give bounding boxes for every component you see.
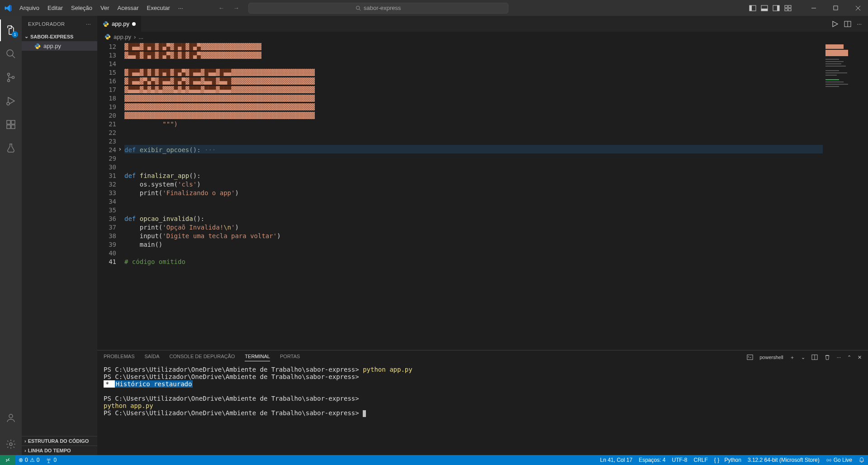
menu-acessar[interactable]: Acessar xyxy=(114,2,142,14)
panel-tab-problemas[interactable]: PROBLEMAS xyxy=(104,354,134,361)
menu-editar[interactable]: Editar xyxy=(44,2,66,14)
code-content[interactable]: › ░█▀▀░█▀█░█▀▄░█▀█░█▀▄░░░░░░░░░░░░░░░░ ░… xyxy=(124,42,823,350)
activity-explorer[interactable]: 1 xyxy=(0,19,22,41)
svg-rect-32 xyxy=(747,355,753,360)
radio-tower-icon xyxy=(46,457,52,463)
nav-forward-icon[interactable]: → xyxy=(233,5,239,11)
activity-settings[interactable] xyxy=(0,433,22,455)
panel-close-icon[interactable]: ✕ xyxy=(858,355,862,360)
remote-indicator[interactable] xyxy=(0,455,15,465)
layout-panel-icon[interactable] xyxy=(760,4,769,13)
outline-label: ESTRUTURA DO CÓDIGO xyxy=(28,438,89,444)
activity-extensions[interactable] xyxy=(0,114,22,135)
explorer-more-icon[interactable]: ··· xyxy=(86,21,91,27)
status-cursor[interactable]: Ln 41, Col 17 xyxy=(597,455,636,465)
panel-more-icon[interactable]: ··· xyxy=(837,355,841,360)
panel-actions: powershell ＋ ⌄ ··· ⌃ ✕ xyxy=(747,354,862,361)
workspace-header[interactable]: ⌄ SABOR-EXPRESS xyxy=(22,32,97,41)
minimap[interactable] xyxy=(823,42,868,350)
code-editor[interactable]: 1213141516171819202122232429303132333435… xyxy=(97,42,868,350)
title-bar: Arquivo Editar Seleção Ver Acessar Execu… xyxy=(0,0,868,16)
menu-executar[interactable]: Executar xyxy=(143,2,174,14)
chevron-down-icon: ⌄ xyxy=(24,34,28,39)
layout-customize-icon[interactable] xyxy=(783,4,792,13)
broadcast-icon xyxy=(826,457,832,463)
activity-bar: 1 xyxy=(0,16,22,455)
tab-bar: app.py ··· xyxy=(97,16,868,32)
terminal-dropdown-icon[interactable]: ⌄ xyxy=(801,355,805,360)
menu-selecao[interactable]: Seleção xyxy=(67,2,96,14)
timeline-section[interactable]: › LINHA DO TEMPO xyxy=(22,446,97,455)
editor-more-icon[interactable]: ··· xyxy=(857,20,862,27)
split-editor-icon[interactable] xyxy=(844,20,851,28)
status-problems[interactable]: ⊗0 ⚠0 xyxy=(15,455,43,465)
activity-testing[interactable] xyxy=(0,137,22,159)
panel-tabs: PROBLEMAS SAÍDA CONSOLE DE DEPURAÇÃO TER… xyxy=(97,350,868,364)
window-close-button[interactable] xyxy=(848,0,868,16)
vscode-icon xyxy=(0,4,16,12)
command-center-search[interactable]: sabor-express xyxy=(248,3,508,14)
explorer-title: EXPLORADOR xyxy=(28,21,65,27)
layout-controls xyxy=(748,4,792,13)
status-indent[interactable]: Espaços: 4 xyxy=(636,455,669,465)
activity-source-control[interactable] xyxy=(0,67,22,88)
activity-run-debug[interactable] xyxy=(0,90,22,112)
split-terminal-icon[interactable] xyxy=(811,354,818,360)
new-terminal-icon[interactable]: ＋ xyxy=(790,354,795,361)
panel-tab-saida[interactable]: SAÍDA xyxy=(144,354,159,361)
file-name-label: app.py xyxy=(43,43,61,49)
panel-tab-terminal[interactable]: TERMINAL xyxy=(245,354,270,361)
svg-point-0 xyxy=(356,6,360,10)
panel-tab-portas[interactable]: PORTAS xyxy=(280,354,300,361)
nav-back-icon[interactable]: ← xyxy=(218,5,224,11)
file-app-py[interactable]: app.py xyxy=(22,41,97,51)
svg-point-28 xyxy=(9,443,12,446)
status-golive[interactable]: Go Live xyxy=(823,455,855,465)
svg-rect-8 xyxy=(785,5,787,8)
menu-bar: Arquivo Editar Seleção Ver Acessar Execu… xyxy=(16,2,187,14)
outline-section[interactable]: › ESTRUTURA DO CÓDIGO xyxy=(22,436,97,446)
breadcrumb[interactable]: app.py › ... xyxy=(97,32,868,42)
terminal-profile-icon[interactable] xyxy=(747,354,753,360)
layout-sidebar-right-icon[interactable] xyxy=(772,4,781,13)
panel-maximize-icon[interactable]: ⌃ xyxy=(847,355,851,360)
svg-rect-3 xyxy=(749,5,752,11)
status-notifications[interactable] xyxy=(855,455,868,465)
editor-actions: ··· xyxy=(825,16,868,32)
svg-point-27 xyxy=(9,414,13,418)
fold-arrow-icon[interactable]: › xyxy=(118,145,122,153)
status-eol[interactable]: CRLF xyxy=(691,455,711,465)
svg-rect-13 xyxy=(834,6,838,10)
panel-tab-debug-console[interactable]: CONSOLE DE DEPURAÇÃO xyxy=(169,354,235,361)
window-minimize-button[interactable] xyxy=(803,0,824,16)
breadcrumb-separator: › xyxy=(134,34,136,40)
tab-app-py[interactable]: app.py xyxy=(97,16,142,32)
svg-rect-5 xyxy=(761,9,768,11)
status-ports[interactable]: 0 xyxy=(43,455,60,465)
menu-ver[interactable]: Ver xyxy=(97,2,113,14)
terminal-cursor xyxy=(363,410,366,417)
status-language[interactable]: { } Python xyxy=(711,455,745,465)
menu-more[interactable]: ··· xyxy=(175,2,187,14)
activity-account[interactable] xyxy=(0,407,22,429)
status-encoding[interactable]: UTF-8 xyxy=(669,455,691,465)
explorer-badge: 1 xyxy=(12,31,18,38)
svg-line-1 xyxy=(359,9,360,10)
run-icon[interactable] xyxy=(831,20,839,28)
svg-rect-9 xyxy=(788,5,791,8)
bottom-panel: PROBLEMAS SAÍDA CONSOLE DE DEPURAÇÃO TER… xyxy=(97,350,868,455)
layout-sidebar-left-icon[interactable] xyxy=(748,4,757,13)
terminal[interactable]: PS C:\Users\Utilizador\OneDrive\Ambiente… xyxy=(97,364,868,455)
window-maximize-button[interactable] xyxy=(825,0,846,16)
kill-terminal-icon[interactable] xyxy=(824,354,830,360)
svg-point-36 xyxy=(828,459,830,460)
chevron-right-icon: › xyxy=(24,448,26,453)
nav-arrows: ← → xyxy=(218,5,239,11)
search-icon xyxy=(356,5,361,11)
menu-arquivo[interactable]: Arquivo xyxy=(16,2,43,14)
svg-rect-26 xyxy=(11,120,15,124)
terminal-shell-label[interactable]: powershell xyxy=(759,355,783,360)
activity-search[interactable] xyxy=(0,43,22,65)
status-interpreter[interactable]: 3.12.2 64-bit (Microsoft Store) xyxy=(745,455,823,465)
svg-point-16 xyxy=(7,50,13,56)
